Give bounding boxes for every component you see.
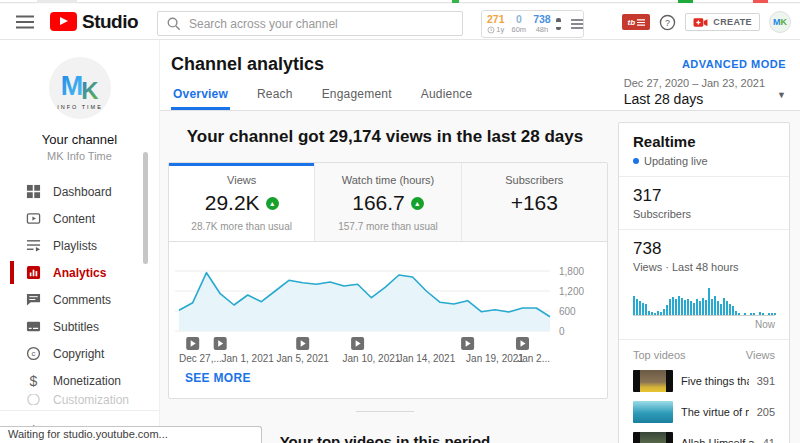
sidebar-item-label: Customization	[53, 394, 129, 405]
svg-text:Jan 1, 2021: Jan 1, 2021	[222, 353, 275, 364]
create-button[interactable]: CREATE	[685, 13, 760, 31]
analytics-icon	[26, 265, 41, 280]
right-panel: Realtime Updating live 317 Subscribers 7…	[610, 111, 800, 443]
realtime-card: Realtime Updating live 317 Subscribers 7…	[618, 122, 790, 443]
advanced-mode-link[interactable]: ADVANCED MODE	[682, 58, 786, 70]
extension-stats-widget[interactable]: 2711y060m73848h	[481, 10, 584, 38]
sidebar-item-comments[interactable]: Comments	[0, 286, 159, 313]
monetization-icon: $	[26, 373, 41, 388]
metric-strip: Views29.2K▲28.7K more than usualWatch ti…	[169, 163, 607, 242]
metric-card-views[interactable]: Views29.2K▲28.7K more than usual	[169, 163, 314, 241]
sidebar-item-label: Copyright	[53, 347, 104, 361]
svg-text:600: 600	[559, 306, 576, 317]
svg-text:Jan 2...: Jan 2...	[517, 353, 550, 364]
date-range-picker[interactable]: Dec 27, 2020 – Jan 23, 2021 Last 28 days…	[624, 77, 786, 107]
date-range: Dec 27, 2020 – Jan 23, 2021	[624, 77, 765, 89]
sidebar-item-label: Playlists	[53, 239, 97, 253]
video-views: 391	[757, 375, 775, 387]
realtime-bar-chart[interactable]	[633, 283, 775, 316]
analytics-header: Channel analytics OverviewReachEngagemen…	[160, 40, 800, 111]
svg-text:Jan 10, 2021: Jan 10, 2021	[342, 353, 400, 364]
metric-value: +163	[468, 191, 601, 215]
edge-fragment-red	[753, 0, 768, 3]
overview-content: Your channel got 29,174 views in the las…	[160, 111, 610, 443]
sidebar-menu: DashboardContentPlaylistsAnalyticsCommen…	[0, 178, 159, 443]
channel-avatar[interactable]: M K INFO TIME	[0, 57, 159, 123]
metric-label: Subscribers	[468, 174, 601, 186]
sidebar-item-monetization[interactable]: $Monetization	[0, 367, 159, 394]
sidebar-item-dashboard[interactable]: Dashboard	[0, 178, 159, 205]
video-title: Allah Himself and His ange...	[681, 437, 755, 443]
views-chart[interactable]: 1,8001,2006000Dec 27,...Jan 1, 2021Jan 5…	[175, 252, 605, 368]
youtube-studio-logo[interactable]: Studio	[50, 11, 138, 33]
sidebar-item-analytics[interactable]: Analytics	[0, 259, 159, 286]
top-videos-label: Top videos	[633, 349, 686, 361]
metric-value: 166.7▲	[321, 191, 454, 215]
search-box[interactable]	[157, 11, 463, 36]
help-icon[interactable]: ?	[659, 14, 676, 31]
tab-engagement[interactable]: Engagement	[320, 79, 394, 110]
video-views: 41	[763, 437, 775, 443]
browser-status-bar: Waiting for studio.youtube.com...	[0, 426, 262, 443]
account-avatar[interactable]: MK	[769, 11, 791, 33]
topbar-actions: tb ? CREATE MK	[622, 4, 800, 40]
sidebar-item-label: Subtitles	[53, 320, 99, 334]
logo-text: Studio	[82, 11, 138, 33]
metric-card-subscribers[interactable]: Subscribers+163	[461, 163, 607, 241]
analytics-tabs: OverviewReachEngagementAudience	[171, 79, 499, 110]
see-more-link[interactable]: SEE MORE	[169, 369, 267, 398]
date-range-label: Last 28 days	[624, 91, 765, 107]
top-video-row[interactable]: The virtue of martyrdom | ...205	[633, 401, 775, 423]
create-label: CREATE	[713, 17, 752, 27]
extension-badge-icon[interactable]	[556, 18, 561, 30]
search-input[interactable]	[189, 17, 454, 31]
headline: Your channel got 29,174 views in the las…	[160, 127, 610, 147]
sidebar-scrollbar[interactable]	[143, 152, 148, 264]
sidebar-item-subtitles[interactable]: Subtitles	[0, 313, 159, 340]
video-thumbnail	[633, 401, 673, 423]
realtime-title: Realtime	[633, 133, 775, 150]
svg-text:Jan 14, 2021: Jan 14, 2021	[397, 353, 455, 364]
top-video-row[interactable]: Five things that were only ...391	[633, 370, 775, 392]
tubebuddy-label: tb	[627, 18, 635, 27]
sidebar-item-customization[interactable]: Customization	[0, 394, 159, 405]
comments-icon	[26, 292, 41, 307]
extension-stat-48h: 73848h	[533, 14, 551, 34]
chevron-down-icon: ▼	[777, 90, 786, 100]
browser-edge-fragments	[0, 0, 800, 3]
edge-fragment-green	[678, 0, 693, 3]
tubebuddy-button[interactable]: tb	[622, 14, 650, 30]
trend-up-icon: ▲	[266, 197, 279, 210]
tab-audience[interactable]: Audience	[419, 79, 475, 110]
divider	[619, 339, 789, 340]
sidebar-item-content[interactable]: Content	[0, 205, 159, 232]
sidebar-item-label: Comments	[53, 293, 111, 307]
updating-live-label: Updating live	[644, 155, 708, 167]
playlists-icon	[26, 238, 41, 253]
divider	[619, 229, 789, 230]
divider	[619, 176, 789, 177]
sidebar-item-copyright[interactable]: cCopyright	[0, 340, 159, 367]
sidebar-item-playlists[interactable]: Playlists	[0, 232, 159, 259]
tab-reach[interactable]: Reach	[255, 79, 295, 110]
svg-text:Jan 19, 2021: Jan 19, 2021	[466, 353, 524, 364]
dashboard-icon	[26, 184, 41, 199]
avatar-caption: INFO TIME	[57, 104, 103, 110]
studio-sidebar: M K INFO TIME Your channel MK Info Time …	[0, 40, 160, 443]
studio-topbar: Studio 2711y060m73848h tb ?	[0, 4, 800, 40]
youtube-studio-window: Studio 2711y060m73848h tb ?	[0, 0, 800, 443]
svg-text:0: 0	[559, 326, 565, 337]
video-title: Five things that were only ...	[681, 375, 749, 387]
top-videos-list: Five things that were only ...391The vir…	[633, 370, 775, 443]
metric-card-watch-time-hours-[interactable]: Watch time (hours)166.7▲157.7 more than …	[314, 163, 460, 241]
extension-stat-60m: 060m	[512, 14, 527, 34]
extension-menu-icon[interactable]	[571, 19, 583, 29]
tubebuddy-menu-icon	[637, 19, 645, 26]
main-menu-icon[interactable]	[16, 15, 34, 29]
realtime-subscribers-label: Subscribers	[633, 208, 775, 220]
live-dot-icon	[633, 158, 639, 164]
now-label: Now	[633, 319, 775, 330]
content-icon	[26, 211, 41, 226]
top-video-row[interactable]: Allah Himself and His ange...41	[633, 432, 775, 443]
tab-overview[interactable]: Overview	[171, 79, 230, 110]
